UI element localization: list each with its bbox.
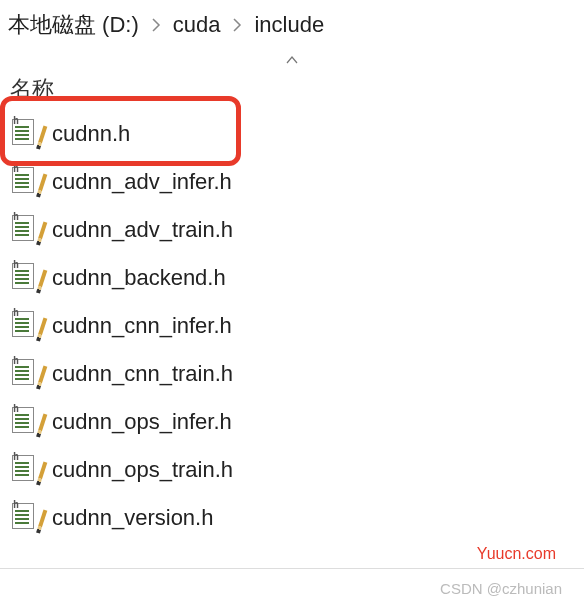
file-name: cudnn_cnn_infer.h bbox=[52, 313, 232, 339]
header-file-icon bbox=[12, 311, 38, 341]
header-file-icon bbox=[12, 503, 38, 533]
header-file-icon bbox=[12, 359, 38, 389]
file-row[interactable]: cudnn_version.h bbox=[6, 494, 578, 542]
chevron-right-icon[interactable] bbox=[143, 18, 169, 32]
file-name: cudnn_ops_infer.h bbox=[52, 409, 232, 435]
column-header-name[interactable]: 名称 bbox=[0, 70, 584, 110]
file-row[interactable]: cudnn_ops_infer.h bbox=[6, 398, 578, 446]
header-file-icon bbox=[12, 215, 38, 245]
file-row[interactable]: cudnn_cnn_train.h bbox=[6, 350, 578, 398]
file-name: cudnn_backend.h bbox=[52, 265, 226, 291]
file-row[interactable]: cudnn.h bbox=[6, 110, 578, 158]
header-file-icon bbox=[12, 263, 38, 293]
file-row[interactable]: cudnn_adv_infer.h bbox=[6, 158, 578, 206]
file-name: cudnn_cnn_train.h bbox=[52, 361, 233, 387]
file-list: cudnn.hcudnn_adv_infer.hcudnn_adv_train.… bbox=[0, 110, 584, 542]
file-row[interactable]: cudnn_cnn_infer.h bbox=[6, 302, 578, 350]
file-name: cudnn_adv_infer.h bbox=[52, 169, 232, 195]
file-name: cudnn_version.h bbox=[52, 505, 213, 531]
chevron-right-icon[interactable] bbox=[224, 18, 250, 32]
file-name: cudnn.h bbox=[52, 121, 130, 147]
file-row[interactable]: cudnn_backend.h bbox=[6, 254, 578, 302]
breadcrumb-item-drive[interactable]: 本地磁盘 (D:) bbox=[4, 10, 143, 40]
breadcrumb-item-cuda[interactable]: cuda bbox=[169, 12, 225, 38]
collapse-caret-icon[interactable] bbox=[0, 50, 584, 70]
file-name: cudnn_ops_train.h bbox=[52, 457, 233, 483]
header-file-icon bbox=[12, 119, 38, 149]
breadcrumb-item-include[interactable]: include bbox=[250, 12, 328, 38]
header-file-icon bbox=[12, 167, 38, 197]
watermark-csdn: CSDN @czhunian bbox=[440, 580, 562, 597]
header-file-icon bbox=[12, 455, 38, 485]
divider bbox=[0, 568, 584, 569]
watermark-yuucn: Yuucn.com bbox=[477, 545, 556, 563]
file-name: cudnn_adv_train.h bbox=[52, 217, 233, 243]
header-file-icon bbox=[12, 407, 38, 437]
file-row[interactable]: cudnn_adv_train.h bbox=[6, 206, 578, 254]
breadcrumb[interactable]: 本地磁盘 (D:) cuda include bbox=[0, 0, 584, 50]
file-row[interactable]: cudnn_ops_train.h bbox=[6, 446, 578, 494]
